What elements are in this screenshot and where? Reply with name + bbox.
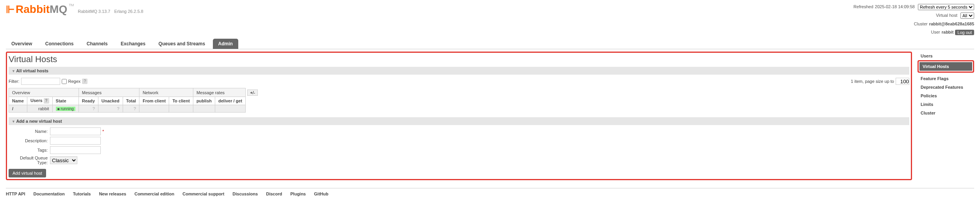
help-icon[interactable]: ?	[44, 98, 49, 104]
footer-github[interactable]: GitHub	[314, 192, 328, 196]
default-queue-type-select[interactable]: Classic	[50, 156, 77, 164]
cell-to-client	[169, 105, 193, 113]
refreshed-time: 2025-02-18 14:09:58	[875, 3, 915, 11]
col-group-messages: Messages	[79, 88, 139, 97]
name-input[interactable]	[50, 127, 101, 135]
col-unacked[interactable]: Unacked	[98, 97, 123, 105]
logo-text-mq: MQ	[50, 3, 67, 16]
footer-commercial-support[interactable]: Commercial support	[182, 192, 224, 196]
col-group-network: Network	[139, 88, 193, 97]
footer: HTTP API Documentation Tutorials New rel…	[6, 188, 974, 199]
col-publish[interactable]: publish	[193, 97, 215, 105]
col-group-overview: Overview	[9, 88, 79, 97]
cell-deliver	[215, 105, 245, 113]
columns-toggle-button[interactable]: +/-	[247, 90, 258, 96]
required-marker: *	[102, 129, 104, 134]
page-title: Virtual Hosts	[9, 54, 909, 64]
section-add-vhost[interactable]: Add a new virtual host	[9, 117, 909, 125]
sidebar-item-users[interactable]: Users	[918, 52, 974, 60]
rabbit-icon: ⊩	[6, 4, 15, 16]
name-label: Name:	[9, 129, 48, 134]
vhosts-table: Overview Messages Network Message rates …	[9, 88, 261, 113]
description-input[interactable]	[50, 137, 101, 145]
tags-input[interactable]	[50, 146, 101, 154]
cell-unacked: ?	[98, 105, 123, 113]
vhost-label: Virtual host	[936, 12, 957, 20]
main-tabs: Overview Connections Channels Exchanges …	[6, 39, 974, 49]
add-vhost-button[interactable]: Add virtual host	[9, 169, 46, 177]
cell-publish	[193, 105, 215, 113]
cluster-name: rabbit@8eab628a1685	[929, 20, 974, 28]
default-queue-type-label: Default Queue Type:	[9, 156, 48, 165]
help-icon[interactable]: ?	[82, 79, 87, 84]
cluster-label: Cluster	[914, 20, 928, 28]
tab-admin[interactable]: Admin	[213, 39, 238, 49]
page-size-input[interactable]	[896, 78, 909, 85]
footer-discord[interactable]: Discord	[266, 192, 282, 196]
footer-commercial-edition[interactable]: Commercial edition	[134, 192, 174, 196]
erlang-version: Erlang 26.2.5.8	[114, 9, 143, 14]
tab-connections[interactable]: Connections	[40, 39, 79, 49]
col-name[interactable]: Name	[9, 97, 27, 105]
vhost-name-link[interactable]: /	[12, 106, 13, 111]
col-users[interactable]: Users ?	[27, 97, 52, 105]
col-group-rates: Message rates	[193, 88, 245, 97]
refresh-interval-select[interactable]: Refresh every 5 seconds	[918, 4, 974, 10]
sidebar-item-virtual-hosts[interactable]: Virtual Hosts	[919, 62, 972, 71]
tags-label: Tags:	[9, 148, 48, 152]
description-label: Description:	[9, 138, 48, 143]
tab-channels[interactable]: Channels	[81, 39, 113, 49]
filter-label: Filter:	[9, 79, 20, 84]
user-label: User	[931, 29, 940, 36]
sidebar-item-deprecated-features[interactable]: Deprecated Features	[918, 83, 974, 91]
filter-input[interactable]	[21, 78, 60, 85]
footer-tutorials[interactable]: Tutorials	[73, 192, 91, 196]
regex-label: Regex	[68, 79, 81, 84]
footer-plugins[interactable]: Plugins	[290, 192, 306, 196]
col-total[interactable]: Total	[123, 97, 139, 105]
logo-text-rabbit: Rabbit	[16, 3, 50, 16]
tab-overview[interactable]: Overview	[6, 39, 37, 49]
logo[interactable]: ⊩ RabbitMQ TM	[6, 3, 74, 16]
section-all-vhosts[interactable]: All virtual hosts	[9, 67, 909, 75]
col-deliver[interactable]: deliver / get	[215, 97, 245, 105]
vhost-select[interactable]: All	[960, 13, 974, 19]
col-state[interactable]: State	[52, 97, 79, 105]
sidebar-item-feature-flags[interactable]: Feature Flags	[918, 74, 974, 83]
footer-documentation[interactable]: Documentation	[34, 192, 65, 196]
tab-queues[interactable]: Queues and Streams	[153, 39, 211, 49]
footer-new-releases[interactable]: New releases	[99, 192, 126, 196]
vhost-users: rabbit	[27, 105, 52, 113]
user-name: rabbit	[942, 29, 954, 36]
state-badge: ■ running	[56, 107, 75, 111]
admin-sidebar: Users Virtual Hosts Feature Flags Deprec…	[918, 52, 974, 180]
tab-exchanges[interactable]: Exchanges	[115, 39, 151, 49]
cell-total: ?	[123, 105, 139, 113]
logo-tm: TM	[69, 3, 74, 7]
sidebar-item-cluster[interactable]: Cluster	[918, 109, 974, 117]
sidebar-item-policies[interactable]: Policies	[918, 91, 974, 100]
refreshed-label: Refreshed	[853, 3, 873, 11]
sidebar-item-limits[interactable]: Limits	[918, 100, 974, 109]
cell-from-client	[139, 105, 169, 113]
logout-button[interactable]: Log out	[955, 30, 974, 35]
rabbitmq-version: RabbitMQ 3.13.7	[78, 9, 110, 14]
col-from-client[interactable]: From client	[139, 97, 169, 105]
footer-discussions[interactable]: Discussions	[232, 192, 258, 196]
cell-ready: ?	[79, 105, 98, 113]
table-row[interactable]: / rabbit ■ running ? ? ?	[9, 105, 261, 113]
item-count-label: 1 item, page size up to	[851, 79, 894, 84]
col-to-client[interactable]: To client	[169, 97, 193, 105]
col-ready[interactable]: Ready	[79, 97, 98, 105]
regex-checkbox[interactable]	[62, 79, 67, 84]
footer-http-api[interactable]: HTTP API	[6, 192, 25, 196]
